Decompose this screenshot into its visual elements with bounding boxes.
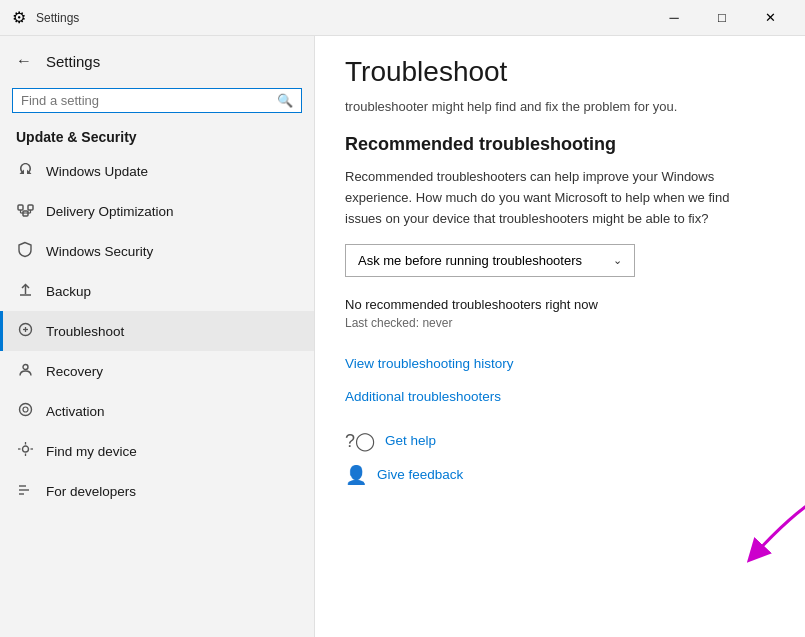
search-box[interactable]: 🔍: [12, 88, 302, 113]
sidebar-item-windows-security[interactable]: Windows Security: [0, 231, 314, 271]
sidebar-item-recovery[interactable]: Recovery: [0, 351, 314, 391]
additional-troubleshooters-link[interactable]: Additional troubleshooters: [345, 389, 501, 404]
give-feedback-icon: 👤: [345, 464, 367, 486]
scroll-text: troubleshooter might help find and fix t…: [345, 98, 775, 116]
sidebar-items-container: Windows UpdateDelivery OptimizationWindo…: [0, 151, 314, 511]
activation-icon: [16, 401, 34, 421]
give-feedback-item: 👤 Give feedback: [345, 464, 775, 486]
sidebar-item-label-windows-security: Windows Security: [46, 244, 153, 259]
sidebar-item-label-troubleshoot: Troubleshoot: [46, 324, 124, 339]
windows-update-icon: [16, 161, 34, 181]
dropdown-value: Ask me before running troubleshooters: [358, 253, 582, 268]
sidebar-item-label-find-my-device: Find my device: [46, 444, 137, 459]
svg-point-12: [23, 365, 28, 370]
maximize-button[interactable]: □: [699, 2, 745, 34]
arrow-2: [715, 484, 805, 578]
title-bar-controls: ─ □ ✕: [651, 2, 793, 34]
sidebar-item-label-windows-update: Windows Update: [46, 164, 148, 179]
main-content: Troubleshoot troubleshooter might help f…: [315, 36, 805, 637]
sidebar-item-label-backup: Backup: [46, 284, 91, 299]
title-bar: ⚙ Settings ─ □ ✕: [0, 0, 805, 36]
svg-rect-0: [18, 205, 23, 210]
no-troubleshooter-text: No recommended troubleshooters right now: [345, 297, 775, 312]
sidebar-header: ← Settings: [0, 36, 314, 80]
app-body: ← Settings 🔍 Update & Security Windows U…: [0, 36, 805, 637]
get-help-icon: ?◯: [345, 430, 375, 452]
backup-icon: [16, 281, 34, 301]
sidebar-item-label-for-developers: For developers: [46, 484, 136, 499]
sidebar-item-windows-update[interactable]: Windows Update: [0, 151, 314, 191]
svg-rect-1: [28, 205, 33, 210]
find-my-device-icon: [16, 441, 34, 461]
last-checked-text: Last checked: never: [345, 316, 775, 330]
sidebar-section-title: Update & Security: [0, 121, 314, 151]
sidebar: ← Settings 🔍 Update & Security Windows U…: [0, 36, 315, 637]
title-bar-title: Settings: [36, 11, 79, 25]
for-developers-icon: [16, 481, 34, 501]
chevron-down-icon: ⌄: [613, 254, 622, 267]
sidebar-app-title: Settings: [46, 53, 100, 70]
search-icon: 🔍: [277, 93, 293, 108]
bottom-links: ?◯ Get help 👤 Give feedback: [345, 430, 775, 486]
minimize-button[interactable]: ─: [651, 2, 697, 34]
troubleshoot-icon: [16, 321, 34, 341]
recovery-icon: [16, 361, 34, 381]
sidebar-item-label-recovery: Recovery: [46, 364, 103, 379]
search-input[interactable]: [21, 93, 277, 108]
sidebar-item-troubleshoot[interactable]: Troubleshoot: [0, 311, 314, 351]
delivery-optimization-icon: [16, 201, 34, 221]
sidebar-item-find-my-device[interactable]: Find my device: [0, 431, 314, 471]
windows-security-icon: [16, 241, 34, 261]
sidebar-item-for-developers[interactable]: For developers: [0, 471, 314, 511]
troubleshooter-dropdown[interactable]: Ask me before running troubleshooters ⌄: [345, 244, 635, 277]
svg-point-15: [22, 446, 28, 452]
sidebar-item-label-activation: Activation: [46, 404, 105, 419]
sidebar-item-label-delivery-optimization: Delivery Optimization: [46, 204, 174, 219]
svg-point-13: [19, 404, 31, 416]
sidebar-item-delivery-optimization[interactable]: Delivery Optimization: [0, 191, 314, 231]
get-help-link[interactable]: Get help: [385, 433, 436, 448]
close-button[interactable]: ✕: [747, 2, 793, 34]
arrow-1: [775, 184, 805, 268]
view-history-link[interactable]: View troubleshooting history: [345, 356, 514, 371]
sidebar-item-backup[interactable]: Backup: [0, 271, 314, 311]
app-icon: ⚙: [12, 8, 26, 27]
recommended-title: Recommended troubleshooting: [345, 134, 775, 155]
recommended-desc: Recommended troubleshooters can help imp…: [345, 167, 765, 229]
page-title: Troubleshoot: [345, 56, 775, 88]
back-button[interactable]: ←: [12, 48, 36, 74]
svg-point-14: [23, 407, 28, 412]
give-feedback-link[interactable]: Give feedback: [377, 467, 463, 482]
get-help-item: ?◯ Get help: [345, 430, 775, 452]
sidebar-item-activation[interactable]: Activation: [0, 391, 314, 431]
